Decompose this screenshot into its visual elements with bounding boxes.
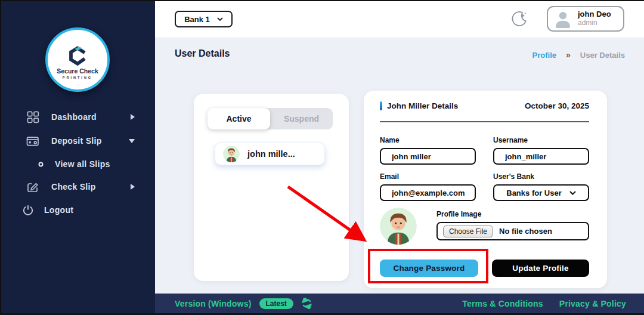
profile-image-row: Profile Image Choose File No file chosen	[380, 208, 589, 245]
update-profile-button[interactable]: Update Profile	[492, 260, 589, 277]
breadcrumb-current: User Details	[580, 51, 625, 60]
bank-field-group: User's Bank Banks for User	[493, 172, 589, 201]
email-label: Email	[380, 172, 476, 181]
bank-select-value: Bank 1	[184, 15, 210, 24]
sidebar: Secure Check PRINTING Dashboard	[0, 0, 155, 315]
user-avatar	[223, 146, 240, 162]
footer-version-group: Version (Windows) Latest	[175, 298, 312, 309]
user-list-item-name: john mille...	[247, 149, 295, 159]
sidebar-item-label: Logout	[44, 205, 73, 215]
chevron-down-icon	[569, 191, 576, 195]
tab-active[interactable]: Active	[208, 108, 270, 129]
sidebar-menu: Dashboard Deposit Slip	[0, 105, 155, 222]
user-list-card: Active Suspend john mille...	[194, 94, 349, 281]
check-slip-note-icon	[26, 181, 39, 193]
sidebar-item-label: Check Slip	[51, 182, 96, 192]
sidebar-item-logout[interactable]: Logout	[0, 198, 155, 222]
refresh-icon[interactable]	[301, 298, 312, 309]
bank-select[interactable]: Bank 1	[175, 11, 233, 27]
logo-text-line1: Secure Check	[57, 67, 98, 75]
latest-badge: Latest	[259, 298, 293, 309]
annotation-highlight-rectangle	[368, 249, 488, 283]
version-text: Version (Windows)	[175, 299, 252, 308]
logo-hexagon-c-icon	[61, 41, 94, 67]
name-field-group: Name	[380, 136, 476, 165]
user-list-item[interactable]: john mille...	[215, 143, 325, 165]
sidebar-item-label: Deposit Slip	[51, 136, 102, 146]
user-profile-card[interactable]: john Deo admin	[547, 6, 624, 32]
profile-image-label: Profile Image	[436, 210, 589, 218]
breadcrumb-separator: »	[566, 50, 571, 60]
username-label: Username	[493, 136, 589, 144]
logout-power-icon	[21, 204, 35, 216]
privacy-policy-link[interactable]: Privacy & Policy	[559, 299, 626, 308]
deposit-wallet-icon	[26, 135, 39, 147]
app-window: Secure Check PRINTING Dashboard	[0, 0, 644, 315]
bank-for-user-select[interactable]: Banks for User	[493, 184, 589, 201]
breadcrumb-profile-link[interactable]: Profile	[532, 51, 556, 60]
sidebar-item-view-all-slips[interactable]: View all Slips	[0, 153, 155, 175]
user-status-tabs: Active Suspend	[208, 108, 333, 129]
details-date: October 30, 2025	[525, 101, 589, 110]
profile-image-file-input[interactable]: Choose File No file chosen	[436, 222, 589, 240]
dashboard-grid-icon	[26, 111, 39, 123]
bank-label: User's Bank	[493, 172, 589, 181]
footer-links: Terms & Conditions Privacy & Policy	[462, 299, 626, 308]
profile-image-field: Profile Image Choose File No file chosen	[436, 208, 589, 245]
profile-avatar-image	[380, 208, 417, 245]
details-title: John Miller Details	[387, 101, 458, 110]
user-role: admin	[578, 19, 611, 27]
logo-text-line2: PRINTING	[63, 76, 92, 79]
page-title: User Details	[175, 48, 230, 59]
theme-toggle-moon-icon[interactable]	[510, 10, 528, 28]
app-logo: Secure Check PRINTING	[45, 27, 110, 92]
window-top-edge	[0, 0, 644, 1]
sidebar-item-check-slip[interactable]: Check Slip	[0, 175, 155, 198]
breadcrumb: Profile » User Details	[532, 50, 625, 60]
tab-suspend[interactable]: Suspend	[270, 108, 333, 129]
topbar: Bank 1 john Deo admin	[155, 0, 644, 38]
details-header: John Miller Details October 30, 2025	[380, 101, 589, 110]
sidebar-item-deposit-slip[interactable]: Deposit Slip	[0, 129, 155, 153]
details-title-wrap: John Miller Details	[380, 101, 458, 110]
username-input[interactable]	[493, 148, 589, 165]
chevron-right-icon	[131, 184, 135, 190]
username-field-group: Username	[493, 136, 589, 165]
user-name: john Deo	[578, 10, 611, 19]
accent-bar	[380, 101, 382, 110]
window-left-edge	[0, 0, 1, 315]
divider	[380, 121, 589, 122]
name-label: Name	[380, 136, 476, 144]
user-info: john Deo admin	[578, 10, 611, 27]
email-input[interactable]	[380, 184, 476, 201]
chevron-down-icon	[129, 139, 135, 143]
footer: Version (Windows) Latest Terms & Conditi…	[155, 294, 644, 313]
choose-file-button[interactable]: Choose File	[443, 226, 493, 237]
terms-conditions-link[interactable]: Terms & Conditions	[462, 299, 543, 308]
user-avatar-placeholder-icon	[553, 10, 572, 29]
sidebar-item-label: View all Slips	[55, 159, 110, 169]
dot-circle-icon	[37, 162, 44, 167]
details-form: Name Username Email User's Bank Banks fo…	[380, 136, 589, 201]
email-field-group: Email	[380, 172, 476, 201]
bank-select-value: Banks for User	[506, 189, 561, 197]
chevron-right-icon	[131, 114, 135, 120]
sidebar-item-label: Dashboard	[51, 112, 97, 122]
name-input[interactable]	[380, 148, 476, 165]
sidebar-item-dashboard[interactable]: Dashboard	[0, 105, 155, 129]
chevron-down-icon	[217, 17, 223, 21]
no-file-chosen-text: No file chosen	[499, 227, 552, 236]
